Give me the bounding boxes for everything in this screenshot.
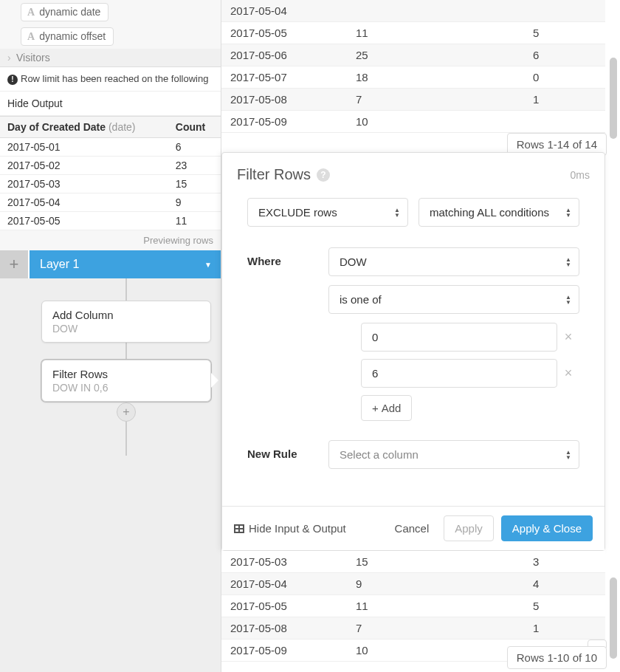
- input-table-area: 2017-05-042017-05-051152017-05-062562017…: [221, 0, 620, 133]
- pill-label: dynamic offset: [39, 30, 106, 42]
- text-type-icon: A: [27, 31, 35, 42]
- col-header-count[interactable]: Count: [168, 117, 221, 138]
- table-row[interactable]: 2017-05-049: [0, 193, 221, 212]
- pill-row: Adynamic date: [0, 0, 221, 24]
- cell-count: 15: [347, 551, 524, 573]
- new-rule-select[interactable]: Select a column: [328, 440, 579, 469]
- match-select[interactable]: matching ALL conditions: [418, 198, 579, 227]
- remove-value-button[interactable]: ×: [557, 329, 579, 345]
- table-row[interactable]: 2017-05-0910: [221, 111, 605, 133]
- cell-date: 2017-05-04: [0, 193, 168, 212]
- value-input[interactable]: 6: [361, 359, 557, 388]
- pill-dynamic-offset[interactable]: Adynamic offset: [21, 27, 114, 46]
- cell-date: 2017-05-05: [221, 595, 347, 617]
- node-title: Add Column: [52, 309, 200, 321]
- pill-dynamic-date[interactable]: Adynamic date: [21, 3, 108, 21]
- cell-date: 2017-05-04: [221, 573, 347, 595]
- cell-date: 2017-05-02: [0, 157, 168, 175]
- layer-tab[interactable]: Layer 1▼: [30, 250, 221, 278]
- select-arrows-icon: [565, 257, 571, 267]
- preview-table: Day of Created Date (date) Count 2017-05…: [0, 116, 221, 230]
- cell-date: 2017-05-01: [0, 138, 168, 157]
- cell-count: 11: [347, 595, 524, 617]
- cell-count: 7: [347, 89, 524, 111]
- row-limit-alert: !Row limit has been reached on the follo…: [0, 67, 221, 92]
- mode-select[interactable]: EXCLUDE rows: [247, 198, 408, 227]
- cell-count: 10: [347, 640, 524, 662]
- scrollbar[interactable]: [610, 577, 617, 659]
- value-row: 0 ×: [328, 323, 579, 352]
- table-row[interactable]: 2017-05-04: [221, 0, 605, 22]
- table-row[interactable]: 2017-05-03153: [221, 551, 605, 573]
- select-value: DOW: [340, 256, 367, 268]
- table-row[interactable]: 2017-05-0871: [221, 617, 605, 640]
- table-row[interactable]: 2017-05-0511: [0, 212, 221, 230]
- layer-label: Layer 1: [40, 258, 79, 271]
- cancel-button[interactable]: Cancel: [388, 516, 437, 541]
- grid-icon: [234, 524, 244, 533]
- table-row[interactable]: 2017-05-016: [0, 138, 221, 157]
- table-row[interactable]: 2017-05-05115: [221, 595, 605, 617]
- pill-label: dynamic date: [39, 6, 100, 18]
- hide-io-label: Hide Input & Output: [249, 522, 346, 535]
- column-select[interactable]: DOW: [328, 247, 579, 276]
- cell-count: 11: [168, 212, 221, 230]
- cell-date: 2017-05-08: [221, 617, 347, 640]
- cell-extra: 4: [524, 573, 605, 595]
- value-input[interactable]: 0: [361, 323, 557, 352]
- table-row[interactable]: 2017-05-06256: [221, 44, 605, 66]
- cell-extra: 6: [524, 44, 605, 66]
- table-row[interactable]: 2017-05-0223: [0, 157, 221, 175]
- col-header-date[interactable]: Day of Created Date (date): [0, 117, 168, 138]
- node-subtitle: DOW IN 0,6: [52, 382, 200, 394]
- select-value: matching ALL conditions: [430, 206, 549, 219]
- add-label: Add: [382, 402, 402, 414]
- cell-extra: 5: [524, 595, 605, 617]
- left-panel: Adynamic date Adynamic offset ›Visitors …: [0, 0, 221, 672]
- cell-count: [347, 0, 524, 22]
- operator-select[interactable]: is one of: [328, 285, 579, 314]
- add-layer-button[interactable]: +: [0, 250, 30, 278]
- text-type-icon: A: [27, 7, 35, 18]
- layer-bar: + Layer 1▼: [0, 250, 221, 278]
- output-table-area: 2017-05-031532017-05-04942017-05-0511520…: [221, 551, 620, 662]
- apply-button[interactable]: Apply: [444, 515, 494, 541]
- filter-rows-panel: Filter Rows ? 0ms EXCLUDE rows matching …: [221, 152, 605, 551]
- add-value-button[interactable]: +Add: [361, 395, 412, 421]
- node-filter-rows[interactable]: Filter Rows DOW IN 0,6: [41, 360, 211, 402]
- table-row[interactable]: 2017-05-07180: [221, 66, 605, 89]
- hide-output-toggle[interactable]: Hide Output: [0, 92, 221, 116]
- help-icon[interactable]: ?: [317, 168, 330, 182]
- add-node-button[interactable]: +: [117, 402, 136, 422]
- visitors-group[interactable]: ›Visitors: [0, 49, 221, 67]
- select-value: is one of: [340, 293, 382, 306]
- node-arrow-icon: [211, 373, 218, 388]
- preview-rows-label: Previewing rows: [0, 230, 221, 250]
- table-row[interactable]: 2017-05-0315: [0, 175, 221, 193]
- select-arrows-icon: [394, 208, 400, 218]
- cell-date: 2017-05-04: [221, 0, 347, 22]
- hide-output-label: Hide Output: [7, 97, 63, 109]
- scrollbar[interactable]: [610, 58, 617, 139]
- chevron-right-icon: ›: [7, 52, 16, 64]
- node-add-column[interactable]: Add Column DOW: [41, 301, 211, 343]
- chevron-down-icon: ▼: [204, 261, 212, 269]
- table-row[interactable]: 2017-05-0871: [221, 89, 605, 111]
- group-label: Visitors: [16, 52, 50, 64]
- cell-count: 15: [168, 175, 221, 193]
- cell-extra: [524, 111, 605, 133]
- table-row[interactable]: 2017-05-05115: [221, 22, 605, 44]
- table-row[interactable]: 2017-05-0494: [221, 573, 605, 595]
- apply-close-button[interactable]: Apply & Close: [501, 515, 593, 541]
- node-subtitle: DOW: [52, 323, 200, 335]
- plus-icon: +: [372, 402, 379, 414]
- exec-time: 0ms: [571, 169, 590, 181]
- hide-io-toggle[interactable]: Hide Input & Output: [234, 522, 346, 535]
- remove-value-button[interactable]: ×: [557, 366, 579, 381]
- cell-extra: 1: [524, 89, 605, 111]
- cell-date: 2017-05-07: [221, 66, 347, 89]
- node-title: Filter Rows: [52, 368, 200, 380]
- cell-extra: [524, 0, 605, 22]
- select-arrows-icon: [565, 450, 571, 460]
- cell-extra: 5: [524, 22, 605, 44]
